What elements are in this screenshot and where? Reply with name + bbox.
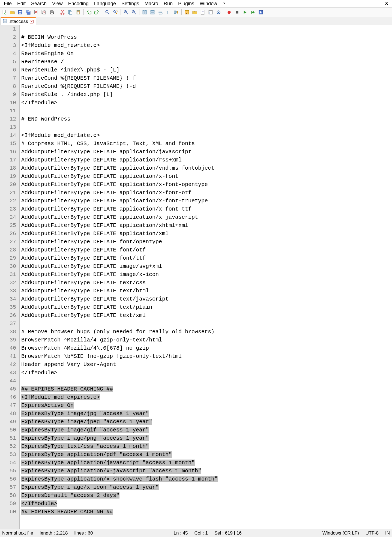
code-line[interactable]: ExpiresDefault "access 2 days" bbox=[21, 491, 392, 500]
menu-run[interactable]: Run bbox=[161, 0, 175, 7]
replace-icon[interactable] bbox=[112, 9, 119, 16]
tab-close-button[interactable]: ✕ bbox=[30, 20, 34, 23]
code-line[interactable]: ## EXPIRES HEADER CACHING ## bbox=[21, 385, 392, 393]
menu-plugins[interactable]: Plugins bbox=[175, 0, 197, 7]
paste-icon[interactable] bbox=[75, 9, 82, 16]
code-line[interactable]: ExpiresByType image/png "access 1 year" bbox=[21, 434, 392, 442]
menu-language[interactable]: Language bbox=[91, 0, 119, 7]
code-line[interactable] bbox=[21, 377, 392, 385]
window-close-button[interactable]: X bbox=[382, 0, 391, 7]
sync-horiz-icon[interactable] bbox=[149, 9, 156, 16]
open-file-icon[interactable] bbox=[9, 9, 16, 16]
code-line[interactable]: AddOutputFilterByType DEFLATE applicatio… bbox=[21, 181, 392, 189]
code-line[interactable]: RewriteCond %{REQUEST_FILENAME} !-f bbox=[21, 74, 392, 82]
play-icon[interactable] bbox=[242, 9, 248, 16]
code-line[interactable]: AddOutputFilterByType DEFLATE applicatio… bbox=[21, 213, 392, 221]
cut-icon[interactable] bbox=[59, 9, 66, 16]
code-line[interactable]: <IfModule mod_expires.c> bbox=[21, 393, 392, 401]
play-multi-icon[interactable] bbox=[250, 9, 256, 16]
code-line[interactable]: BrowserMatch ^Mozilla/4 gzip-only-text/h… bbox=[21, 336, 392, 344]
show-chars-icon[interactable]: ¶ bbox=[165, 9, 172, 16]
menu-file[interactable]: File bbox=[1, 0, 14, 7]
new-file-icon[interactable] bbox=[1, 9, 8, 16]
code-line[interactable]: <IfModule mod_rewrite.c> bbox=[21, 41, 392, 50]
menu-window[interactable]: Window bbox=[197, 0, 220, 7]
code-line[interactable] bbox=[21, 107, 392, 115]
code-line[interactable]: AddOutputFilterByType DEFLATE applicatio… bbox=[21, 172, 392, 181]
code-line[interactable]: AddOutputFilterByType DEFLATE applicatio… bbox=[21, 189, 392, 197]
folder-icon[interactable] bbox=[191, 9, 198, 16]
code-line[interactable]: AddOutputFilterByType DEFLATE image/x-ic… bbox=[21, 271, 392, 279]
stop-icon[interactable] bbox=[234, 9, 240, 16]
menu-macro[interactable]: Macro bbox=[142, 0, 161, 7]
code-line[interactable]: AddOutputFilterByType DEFLATE font/ttf bbox=[21, 254, 392, 262]
status-ovr[interactable]: IN bbox=[385, 530, 390, 536]
code-line[interactable]: AddOutputFilterByType DEFLATE applicatio… bbox=[21, 221, 392, 230]
menu-help[interactable]: ? bbox=[220, 0, 228, 7]
code-line[interactable]: RewriteRule . /index.php [L] bbox=[21, 91, 392, 99]
code-line[interactable]: AddOutputFilterByType DEFLATE applicatio… bbox=[21, 230, 392, 238]
tab-htaccess[interactable]: .htaccess ✕ bbox=[1, 17, 36, 25]
code-line[interactable]: RewriteEngine On bbox=[21, 50, 392, 58]
menu-settings[interactable]: Settings bbox=[119, 0, 142, 7]
menu-edit[interactable]: Edit bbox=[14, 0, 28, 7]
code-line[interactable]: ExpiresByType text/css "access 1 month" bbox=[21, 442, 392, 451]
code-line[interactable]: BrowserMatch \bMSIE !no-gzip !gzip-only-… bbox=[21, 352, 392, 361]
code-line[interactable]: AddOutputFilterByType DEFLATE text/css bbox=[21, 279, 392, 287]
code-line[interactable]: AddOutputFilterByType DEFLATE text/javas… bbox=[21, 295, 392, 303]
udl-icon[interactable]: L bbox=[184, 9, 190, 16]
code-line[interactable]: ExpiresByType application/x-javascript "… bbox=[21, 467, 392, 475]
code-line[interactable]: ExpiresByType application/x-shockwave-fl… bbox=[21, 475, 392, 483]
status-eol[interactable]: Windows (CR LF) bbox=[322, 530, 359, 536]
save-macro-icon[interactable] bbox=[258, 9, 264, 16]
wrap-icon[interactable] bbox=[157, 9, 164, 16]
code-line[interactable]: AddOutputFilterByType DEFLATE image/svg+… bbox=[21, 262, 392, 271]
code-line[interactable]: RewriteRule ^index\.php$ - [L] bbox=[21, 66, 392, 74]
sync-vert-icon[interactable] bbox=[141, 9, 148, 16]
code-line[interactable]: ExpiresByType application/pdf "access 1 … bbox=[21, 451, 392, 459]
menu-view[interactable]: View bbox=[49, 0, 65, 7]
code-line[interactable]: ExpiresByType image/jpeg "access 1 year" bbox=[21, 418, 392, 426]
editor[interactable]: 1234567891011121314151617181920212223242… bbox=[0, 25, 392, 529]
code-line[interactable]: AddOutputFilterByType DEFLATE applicatio… bbox=[21, 156, 392, 164]
menu-search[interactable]: Search bbox=[28, 0, 49, 7]
print-icon[interactable] bbox=[49, 9, 55, 16]
save-all-icon[interactable] bbox=[25, 9, 31, 16]
zoom-in-icon[interactable] bbox=[123, 9, 129, 16]
code-line[interactable]: ExpiresByType image/x-icon "access 1 yea… bbox=[21, 483, 392, 491]
record-icon[interactable] bbox=[226, 9, 232, 16]
code-line[interactable] bbox=[21, 320, 392, 328]
monitor-icon[interactable] bbox=[215, 9, 222, 16]
code-line[interactable]: # Remove browser bugs (only needed for r… bbox=[21, 328, 392, 336]
close-file-icon[interactable] bbox=[33, 9, 39, 16]
doc-map-icon[interactable] bbox=[199, 9, 206, 16]
code-line[interactable]: # END WordPress bbox=[21, 115, 392, 123]
code-line[interactable]: BrowserMatch ^Mozilla/4\.0[678] no-gzip bbox=[21, 344, 392, 352]
func-list-icon[interactable]: f bbox=[207, 9, 214, 16]
code-line[interactable]: ExpiresByType image/gif "access 1 year" bbox=[21, 426, 392, 434]
code-line[interactable]: ExpiresByType application/javascript "ac… bbox=[21, 459, 392, 467]
code-line[interactable]: RewriteCond %{REQUEST_FILENAME} !-d bbox=[21, 82, 392, 91]
status-encoding[interactable]: UTF-8 bbox=[366, 530, 379, 536]
code-line[interactable]: AddOutputFilterByType DEFLATE font/opent… bbox=[21, 238, 392, 246]
code-area[interactable]: # BEGIN WordPress<IfModule mod_rewrite.c… bbox=[20, 25, 392, 529]
code-line[interactable]: AddOutputFilterByType DEFLATE applicatio… bbox=[21, 148, 392, 156]
code-line[interactable]: AddOutputFilterByType DEFLATE text/plain bbox=[21, 303, 392, 311]
copy-icon[interactable] bbox=[67, 9, 74, 16]
redo-icon[interactable] bbox=[94, 9, 100, 16]
menu-encoding[interactable]: Encoding bbox=[65, 0, 91, 7]
code-line[interactable]: AddOutputFilterByType DEFLATE applicatio… bbox=[21, 164, 392, 172]
code-line[interactable]: # BEGIN WordPress bbox=[21, 33, 392, 41]
code-line[interactable]: ## EXPIRES HEADER CACHING ## bbox=[21, 508, 392, 516]
zoom-out-icon[interactable] bbox=[131, 9, 137, 16]
code-line[interactable]: RewriteBase / bbox=[21, 58, 392, 66]
code-line[interactable]: AddOutputFilterByType DEFLATE applicatio… bbox=[21, 197, 392, 205]
find-icon[interactable] bbox=[104, 9, 111, 16]
code-line[interactable]: AddOutputFilterByType DEFLATE text/xml bbox=[21, 311, 392, 320]
code-line[interactable] bbox=[21, 25, 392, 33]
code-line[interactable]: </IfModule> bbox=[21, 369, 392, 377]
close-all-icon[interactable] bbox=[41, 9, 47, 16]
code-line[interactable]: Header append Vary User-Agent bbox=[21, 361, 392, 369]
code-line[interactable]: <IfModule mod_deflate.c> bbox=[21, 131, 392, 140]
code-line[interactable]: # Compress HTML, CSS, JavaScript, Text, … bbox=[21, 140, 392, 148]
